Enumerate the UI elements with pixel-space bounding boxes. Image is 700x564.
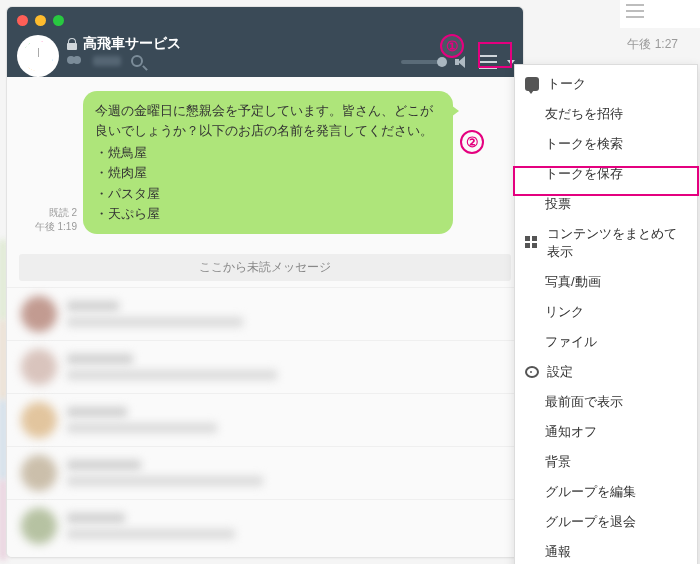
list-item[interactable] (7, 499, 523, 552)
menu-link[interactable]: リンク (515, 297, 697, 327)
message-bubble[interactable]: 今週の金曜日に懇親会を予定しています。皆さん、どこが良いでしょうか？以下のお店の… (83, 91, 453, 234)
message-time: 午後 1:19 (23, 220, 77, 234)
message-options-list: 焼鳥屋焼肉屋パスタ屋天ぷら屋 (95, 143, 441, 224)
menu-label: トークを保存 (545, 165, 623, 183)
room-subrow (67, 55, 143, 67)
bg-hamburger-icon (626, 4, 644, 18)
menu-mute[interactable]: 通知オフ (515, 417, 697, 447)
menu-label: グループを編集 (545, 483, 636, 501)
menu-label: リンク (545, 303, 584, 321)
chat-window: 高飛車サービス 既読 2 午後 1:19 今週の金曜日に懇親会を予定しています。… (6, 6, 524, 558)
menu-photo-video[interactable]: 写真/動画 (515, 267, 697, 297)
list-item-text (67, 354, 509, 380)
message-option: パスタ屋 (95, 184, 441, 204)
outgoing-message-row: 既読 2 午後 1:19 今週の金曜日に懇親会を予定しています。皆さん、どこが良… (7, 77, 523, 238)
list-item-text (67, 513, 509, 539)
menu-label: 通報 (545, 543, 571, 561)
list-item[interactable] (7, 393, 523, 446)
menu-search-talk[interactable]: トークを検索 (515, 129, 697, 159)
volume-slider[interactable] (401, 60, 445, 64)
room-title: 高飛車サービス (83, 35, 181, 53)
menu-header-contents: コンテンツをまとめて表示 (515, 219, 697, 267)
menu-background[interactable]: 背景 (515, 447, 697, 477)
menu-label: トークを検索 (545, 135, 623, 153)
menu-label: 写真/動画 (545, 273, 601, 291)
menu-save-talk[interactable]: トークを保存 (515, 159, 697, 189)
menu-label: 背景 (545, 453, 571, 471)
menu-label: 最前面で表示 (545, 393, 623, 411)
menu-file[interactable]: ファイル (515, 327, 697, 357)
bg-time-label: 午後 1:27 (627, 36, 678, 53)
chat-body: 既読 2 午後 1:19 今週の金曜日に懇親会を予定しています。皆さん、どこが良… (7, 77, 523, 557)
message-option: 焼肉屋 (95, 163, 441, 183)
avatar (21, 508, 57, 544)
minimize-button[interactable] (35, 15, 46, 26)
members-count-blur (93, 56, 121, 66)
list-item[interactable] (7, 446, 523, 499)
menu-label: コンテンツをまとめて表示 (547, 225, 687, 261)
grid-icon (525, 236, 539, 250)
options-menu: トーク 友だちを招待 トークを検索 トークを保存 投票 コンテンツをまとめて表示… (514, 64, 698, 564)
menu-label: トーク (547, 75, 586, 93)
blurred-message-list (7, 287, 523, 552)
room-title-row: 高飛車サービス (67, 35, 181, 53)
menu-leave-group[interactable]: グループを退会 (515, 507, 697, 537)
menu-report[interactable]: 通報 (515, 537, 697, 564)
annotation-circle-1: ① (440, 34, 464, 58)
search-icon[interactable] (131, 55, 143, 67)
list-item-text (67, 407, 509, 433)
menu-label: 設定 (547, 363, 573, 381)
avatar (21, 402, 57, 438)
read-count: 既読 2 (23, 206, 77, 220)
menu-topmost[interactable]: 最前面で表示 (515, 387, 697, 417)
members-icon[interactable] (67, 56, 83, 66)
list-item[interactable] (7, 287, 523, 340)
list-item-text (67, 301, 509, 327)
background-app-strip (620, 0, 700, 28)
menu-header-settings: 設定 (515, 357, 697, 387)
avatar (21, 296, 57, 332)
menu-edit-group[interactable]: グループを編集 (515, 477, 697, 507)
unread-separator: ここから未読メッセージ (19, 254, 511, 281)
list-item[interactable] (7, 340, 523, 393)
menu-poll[interactable]: 投票 (515, 189, 697, 219)
speaker-icon[interactable] (455, 56, 469, 68)
list-item-text (67, 460, 509, 486)
menu-label: 通知オフ (545, 423, 597, 441)
avatar-clock-graphic (23, 41, 53, 71)
message-text: 今週の金曜日に懇親会を予定しています。皆さん、どこが良いでしょうか？以下のお店の… (95, 101, 441, 141)
menu-invite-friends[interactable]: 友だちを招待 (515, 99, 697, 129)
menu-label: 友だちを招待 (545, 105, 623, 123)
gear-icon (525, 366, 539, 378)
avatar (21, 349, 57, 385)
message-option: 焼鳥屋 (95, 143, 441, 163)
menu-header-talk: トーク (515, 69, 697, 99)
annotation-box-1 (478, 42, 512, 68)
message-meta: 既読 2 午後 1:19 (23, 206, 83, 234)
maximize-button[interactable] (53, 15, 64, 26)
lock-icon (67, 38, 77, 50)
annotation-circle-2: ② (460, 130, 484, 154)
room-avatar[interactable] (17, 35, 59, 77)
avatar (21, 455, 57, 491)
close-button[interactable] (17, 15, 28, 26)
talk-icon (525, 77, 539, 91)
menu-label: ファイル (545, 333, 597, 351)
message-option: 天ぷら屋 (95, 204, 441, 224)
menu-label: 投票 (545, 195, 571, 213)
menu-label: グループを退会 (545, 513, 636, 531)
window-controls[interactable] (17, 15, 64, 26)
